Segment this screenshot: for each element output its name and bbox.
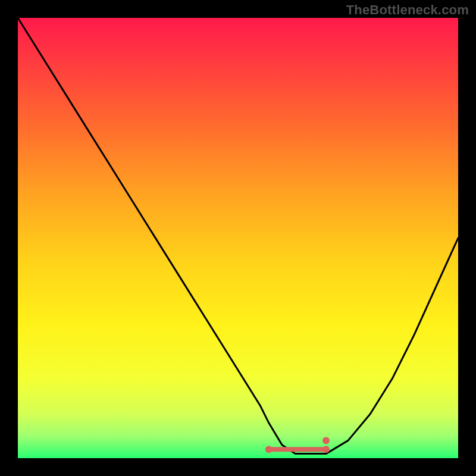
chart-svg xyxy=(18,18,458,458)
range-end-marker xyxy=(322,446,330,453)
marker-point xyxy=(322,437,330,444)
chart-container: TheBottleneck.com xyxy=(0,0,476,476)
plot-area xyxy=(18,18,458,458)
gradient-bg xyxy=(18,18,458,458)
watermark-text: TheBottleneck.com xyxy=(346,2,469,18)
range-end-marker xyxy=(265,446,273,453)
